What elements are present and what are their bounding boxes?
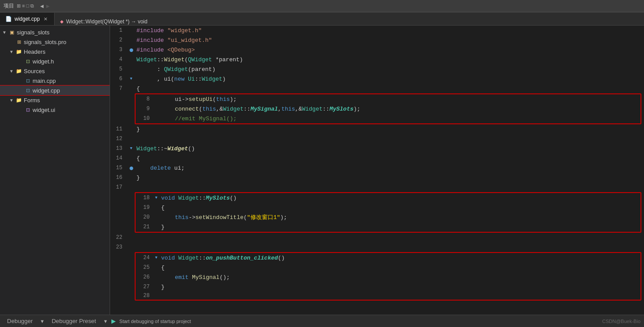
diamond-icon: ◆ (60, 18, 63, 25)
code-line-2: 2 #include "ui_widget.h" (110, 35, 644, 45)
sidebar-item-pro[interactable]: ▶ ⊞ signals_slots.pro (0, 37, 110, 47)
ln-12: 12 (110, 136, 128, 142)
code-line-12: 12 (110, 134, 644, 144)
code-line-6: 6 ▼ , ui(new Ui::Widget) (110, 74, 644, 84)
code-line-26: 26 emit MySignal(); (136, 272, 640, 282)
arrow-project: ▼ (2, 30, 7, 35)
tab-label: widget.cpp (15, 16, 40, 22)
sidebar-item-sources[interactable]: ▼ 📁 Sources (0, 66, 110, 76)
la-3: ⬤ (128, 48, 135, 52)
code-line-28: 28 (136, 292, 640, 300)
lc-10: //emit MySignal(); (159, 115, 640, 122)
breadcrumb-text: Widget::Widget(QWidget *) → void (66, 19, 147, 25)
la-6: ▼ (128, 77, 135, 81)
code-line-22: 22 (110, 233, 644, 242)
play-icon: ▶ (111, 318, 116, 324)
sidebar-item-widget-cpp[interactable]: ▶ ⊡ widget.cpp (0, 85, 110, 95)
nav-forward[interactable]: ▶ (46, 3, 50, 10)
red-box-2: 18 ▼ void Widget::MySlots() 19 { 20 this… (135, 192, 641, 233)
code-line-14: 14 { (110, 153, 644, 163)
sidebar-label-project: signals_slots (17, 29, 49, 36)
code-line-27: 27 } (136, 282, 640, 292)
sidebar-item-main-cpp[interactable]: ▶ ⊡ main.cpp (0, 76, 110, 85)
sidebar-item-widget-ui[interactable]: ▶ ⊡ widget.ui (0, 105, 110, 115)
sidebar-item-headers[interactable]: ▼ 📁 Headers (0, 47, 110, 56)
arrow-forms: ▼ (9, 98, 14, 103)
lc-5: : QWidget(parent) (135, 66, 644, 73)
tab-file-icon: 📄 (5, 16, 12, 22)
tab-close-button[interactable]: ✕ (42, 16, 49, 22)
code-line-11: 11 } (110, 124, 644, 134)
ln-25: 25 (137, 264, 153, 271)
sidebar-label-widget-h: widget.h (33, 58, 54, 65)
code-line-17: 17 (110, 182, 644, 192)
red-box-1: 8 ui->setupUi(this); 9 connect(this,&Wid… (135, 93, 641, 124)
code-editor[interactable]: 1 #include "widget.h" 2 #include "ui_wid… (110, 26, 644, 315)
ln-7: 7 (110, 85, 128, 92)
lc-19: { (159, 204, 640, 211)
code-line-19: 19 { (136, 203, 640, 212)
ln-23: 23 (110, 244, 128, 250)
folder-icon-sources: 📁 (16, 68, 22, 74)
ln-17: 17 (110, 184, 128, 190)
code-line-15: 15 ⬤ delete ui; (110, 163, 644, 173)
ln-18: 18 (137, 195, 153, 201)
code-line-21: 21 } (136, 222, 640, 232)
watermark-text: CSDN@Buek-Bio (602, 319, 640, 324)
ln-11: 11 (110, 126, 128, 132)
ln-5: 5 (110, 66, 128, 72)
lc-11: } (135, 126, 644, 133)
lc-13: Widget::~Widget() (135, 145, 644, 152)
lc-26: emit MySignal(); (159, 274, 640, 281)
debugger-preset-button[interactable]: Debugger Preset (48, 317, 99, 325)
start-debug-label: Start debugging of startup project (119, 319, 191, 324)
debugger-button[interactable]: Debugger (4, 317, 37, 325)
lc-20: this->setWindowTitle("修改窗口1"); (159, 213, 640, 221)
lc-15: delete ui; (135, 165, 644, 171)
sidebar-item-forms[interactable]: ▼ 📁 Forms (0, 95, 110, 105)
code-line-5: 5 : QWidget(parent) (110, 64, 644, 74)
la-13: ▼ (128, 146, 135, 151)
lc-21: } (159, 224, 640, 230)
code-line-20: 20 this->setWindowTitle("修改窗口1"); (136, 212, 640, 222)
lc-3: #include <QDebug> (135, 47, 644, 53)
ln-28: 28 (137, 293, 153, 299)
lc-16: } (135, 175, 644, 181)
ln-6: 6 (110, 76, 128, 82)
red-box-3: 24 ▼ void Widget::on_pushButton_clicked(… (135, 252, 641, 301)
code-line-25: 25 { (136, 263, 640, 272)
main-content: ▼ ▣ signals_slots ▶ ⊞ signals_slots.pro … (0, 26, 644, 315)
la-24: ▼ (153, 256, 159, 260)
ln-2: 2 (110, 37, 128, 43)
lc-27: } (159, 284, 640, 290)
sidebar-item-widget-h[interactable]: ▶ ⊡ widget.h (0, 56, 110, 66)
ln-9: 9 (137, 106, 153, 112)
arrow-headers: ▼ (9, 49, 14, 54)
folder-icon-headers: 📁 (16, 49, 22, 55)
pro-file-icon: ⊞ (16, 39, 22, 45)
code-line-10: 10 //emit MySignal(); (136, 114, 640, 123)
ui-file-icon: ⊡ (25, 107, 31, 113)
tab-widget-cpp[interactable]: 📄 widget.cpp ✕ (0, 13, 55, 25)
sidebar-label-widget-cpp: widget.cpp (33, 87, 60, 94)
title-bar: 项目 ⊞ ≡ □ ⧉ ◀ ▶ (0, 0, 644, 12)
title-project-label: 项目 (4, 2, 14, 10)
lc-18: void Widget::MySlots() (159, 195, 640, 201)
sidebar-item-project-root[interactable]: ▼ ▣ signals_slots (0, 27, 110, 37)
sidebar-label-main-cpp: main.cpp (33, 78, 56, 84)
nav-back[interactable]: ◀ (40, 3, 44, 10)
bottom-arrow: ▼ (40, 319, 45, 324)
code-line-23: 23 (110, 242, 644, 252)
ln-10: 10 (137, 115, 153, 122)
code-line-3: 3 ⬤ #include <QDebug> (110, 45, 644, 55)
bottom-arrow2: ▼ (103, 319, 108, 324)
breadcrumb-icon-area: ◆ Widget::Widget(QWidget *) → void (55, 18, 644, 25)
cpp-file-icon-main: ⊡ (25, 78, 31, 84)
folder-icon-forms: 📁 (16, 97, 22, 103)
ln-14: 14 (110, 155, 128, 161)
sidebar-label-sources: Sources (24, 68, 45, 74)
lc-2: #include "ui_widget.h" (135, 37, 644, 44)
ln-13: 13 (110, 145, 128, 152)
la-18: ▼ (153, 196, 159, 200)
folder-icon-project: ▣ (9, 30, 15, 35)
